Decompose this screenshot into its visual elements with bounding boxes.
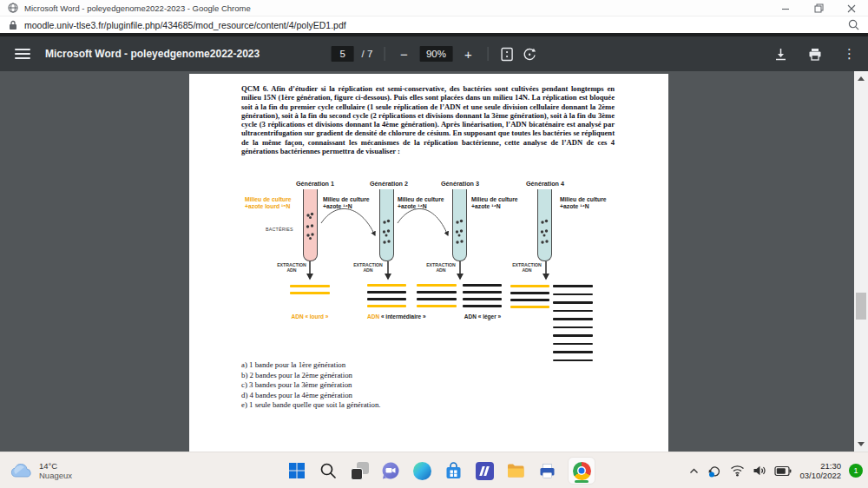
vertical-scrollbar[interactable] <box>854 71 868 452</box>
weather-desc: Nuageux <box>39 471 72 481</box>
dna-band-light <box>553 293 593 296</box>
pdf-document-title: Microsoft Word - poleyedgenome2022-2023 <box>45 36 260 71</box>
dna-band-light <box>417 298 457 300</box>
chrome-icon <box>573 462 591 480</box>
taskbar: 14°C Nuageux <box>0 452 868 488</box>
dna-band-heavy <box>367 305 406 307</box>
dna-band-heavy <box>417 284 457 287</box>
store-icon <box>444 462 463 480</box>
dna-band-light <box>553 351 593 353</box>
dna-band-heavy <box>290 285 330 287</box>
chat-icon <box>381 461 400 480</box>
notification-badge[interactable]: 1 <box>849 464 863 478</box>
dna-band-heavy <box>290 292 330 294</box>
active-app-indicator <box>575 480 589 483</box>
question-text: QCM 6. Afin d’étudier si la réplication … <box>241 84 615 155</box>
edge-icon <box>413 462 431 480</box>
dna-band-heavy <box>417 305 457 307</box>
dna-band-light <box>367 298 406 300</box>
dna-band-heavy <box>510 285 549 287</box>
zoom-in-button[interactable]: + <box>460 47 476 62</box>
file-explorer-button[interactable] <box>505 460 526 481</box>
pdf-toolbar: Microsoft Word - poleyedgenome2022-2023 … <box>0 36 868 71</box>
scrollbar-thumb[interactable] <box>856 293 866 320</box>
dna-band-light <box>510 292 549 294</box>
extraction-label: EXTRACTIONADN <box>424 262 458 274</box>
m365-app-button[interactable] <box>474 460 495 481</box>
dna-band-light <box>553 343 593 346</box>
task-view-button[interactable] <box>349 460 370 481</box>
answer-option: d) 4 bandes pour la 4ème génération <box>241 391 380 401</box>
edge-button[interactable] <box>411 460 432 481</box>
taskbar-search-button[interactable] <box>318 460 339 481</box>
microsoft-store-button[interactable] <box>443 460 464 481</box>
chrome-button[interactable] <box>568 457 595 485</box>
answer-option: e) 1 seule bande quelle que soit la géné… <box>241 400 380 411</box>
dna-band-light <box>553 334 593 337</box>
dna-band-light <box>367 291 406 293</box>
dna-band-light <box>463 298 502 300</box>
figure-arrows <box>189 178 668 291</box>
page-number-input[interactable]: 5 <box>332 46 354 62</box>
page-total-label: / 7 <box>362 49 373 59</box>
dna-band-light <box>553 285 593 287</box>
close-button[interactable] <box>835 0 868 16</box>
dna-band-light <box>417 291 457 293</box>
rotate-icon[interactable] <box>522 47 536 62</box>
dna-band-heavy <box>367 284 406 287</box>
dna-band-light <box>463 291 502 293</box>
download-icon[interactable] <box>774 48 787 61</box>
answer-option: c) 3 bandes pour la 3ème génération <box>241 380 380 391</box>
dna-light-label: ADN « léger » <box>450 313 515 320</box>
extraction-label: EXTRACTIONADN <box>351 262 385 274</box>
scroll-up-icon[interactable] <box>858 76 865 81</box>
tray-chevron-up-icon[interactable] <box>688 465 700 477</box>
toolbar-separator <box>384 47 385 61</box>
weather-widget[interactable]: 14°C Nuageux <box>10 452 72 488</box>
printer-app-button[interactable] <box>536 460 557 481</box>
more-options-icon[interactable]: ⋮ <box>843 46 856 62</box>
m365-icon <box>476 462 494 480</box>
answer-option: a) 1 bande pour la 1ère génération <box>241 360 380 371</box>
transfer-arrow-1-2 <box>321 208 375 235</box>
menu-icon[interactable] <box>15 49 30 59</box>
dna-band-light <box>463 305 502 307</box>
dna-intermediate-label: ADN « intermédiaire » <box>367 313 426 320</box>
extraction-label: EXTRACTIONADN <box>274 262 309 274</box>
restore-icon <box>814 3 824 13</box>
minimize-icon <box>781 4 790 13</box>
windows-start-icon <box>288 462 306 479</box>
zoom-indicator-icon[interactable] <box>848 19 859 30</box>
dna-heavy-label: ADN « lourd » <box>275 313 345 320</box>
sync-status-icon[interactable] <box>707 464 722 478</box>
battery-icon[interactable] <box>774 465 792 477</box>
minimize-button[interactable] <box>769 0 802 16</box>
zoom-level-input[interactable]: 90% <box>419 46 452 62</box>
dna-band-light <box>553 301 593 304</box>
dna-band-light <box>553 326 593 329</box>
zoom-out-button[interactable]: − <box>396 47 411 62</box>
teams-chat-button[interactable] <box>380 460 401 481</box>
start-button[interactable] <box>286 460 307 481</box>
tray-date: 03/10/2022 <box>799 471 841 480</box>
scroll-down-icon[interactable] <box>858 442 865 446</box>
window-title: Microsoft Word - poleyedgenome2022-2023 … <box>24 3 251 13</box>
printer-icon <box>538 462 556 480</box>
clock-widget[interactable]: 21:30 03/10/2022 <box>799 461 841 480</box>
url-bar[interactable]: moodle.univ-tlse3.fr/pluginfile.php/4346… <box>0 16 868 33</box>
dna-band-light <box>553 359 593 362</box>
browser-title-bar: Microsoft Word - poleyedgenome2022-2023 … <box>0 0 868 16</box>
lock-icon[interactable] <box>9 20 17 30</box>
page-favicon-globe-icon <box>8 3 18 13</box>
close-icon <box>847 4 856 13</box>
print-icon[interactable] <box>808 48 822 61</box>
cloud-icon <box>10 464 33 478</box>
volume-icon[interactable] <box>753 465 766 477</box>
task-view-icon <box>351 462 369 480</box>
wifi-icon[interactable] <box>730 465 745 477</box>
weather-temp: 14°C <box>39 461 72 472</box>
fit-to-page-icon[interactable] <box>499 47 514 62</box>
url-text[interactable]: moodle.univ-tlse3.fr/pluginfile.php/4346… <box>24 20 848 30</box>
restore-button[interactable] <box>802 0 835 16</box>
dna-band-light <box>510 299 549 301</box>
